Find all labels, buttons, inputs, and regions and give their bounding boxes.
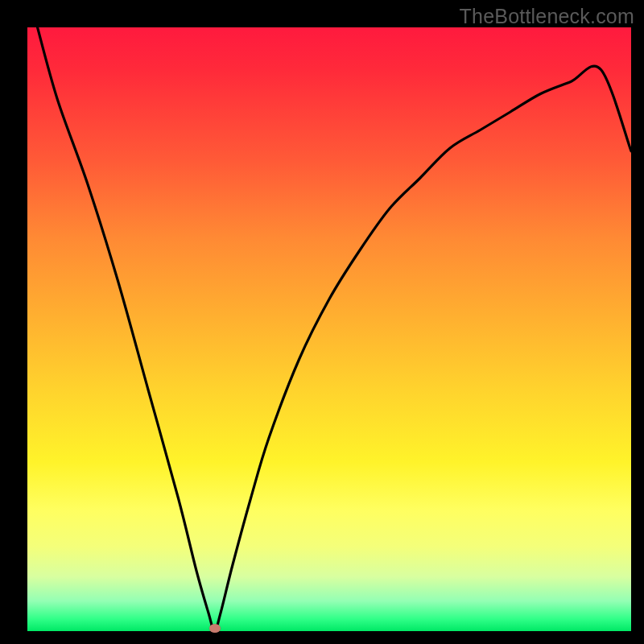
bottleneck-curve [27,27,631,631]
optimal-point-marker [209,624,221,633]
plot-area [27,27,631,631]
chart-frame: TheBottleneck.com [0,0,644,644]
attribution-text: TheBottleneck.com [460,5,634,28]
